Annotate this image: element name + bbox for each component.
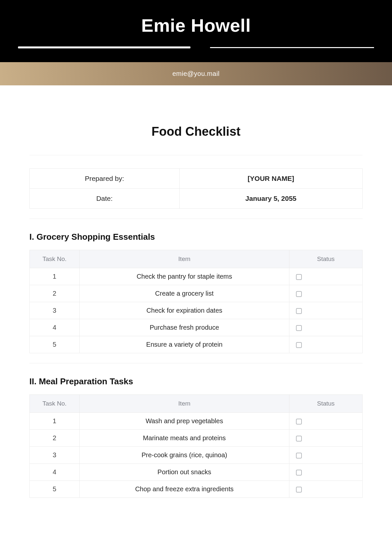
task-status-cell <box>289 285 362 302</box>
task-number: 1 <box>30 413 80 430</box>
status-checkbox[interactable] <box>296 308 302 314</box>
task-number: 2 <box>30 430 80 447</box>
task-status-cell <box>289 447 362 464</box>
task-status-cell <box>289 336 362 353</box>
sections-container: I. Grocery Shopping EssentialsTask No.It… <box>29 232 363 498</box>
task-number: 5 <box>30 336 80 353</box>
status-checkbox[interactable] <box>296 453 302 459</box>
status-checkbox[interactable] <box>296 274 302 280</box>
status-checkbox[interactable] <box>296 419 302 425</box>
task-status-cell <box>289 413 362 430</box>
meta-info-table: Prepared by: [YOUR NAME] Date: January 5… <box>29 168 363 209</box>
meta-row-date: Date: January 5, 2055 <box>30 189 363 209</box>
column-header-item: Item <box>79 395 289 413</box>
column-header-status: Status <box>289 250 362 268</box>
task-number: 3 <box>30 447 80 464</box>
table-row: 2Marinate meats and proteins <box>30 430 363 447</box>
meta-label: Date: <box>30 189 180 209</box>
meta-row-prepared-by: Prepared by: [YOUR NAME] <box>30 169 363 189</box>
task-item: Check for expiration dates <box>79 302 289 319</box>
task-number: 4 <box>30 464 80 481</box>
task-item: Check the pantry for staple items <box>79 268 289 285</box>
column-header-task_no: Task No. <box>30 250 80 268</box>
table-row: 4Purchase fresh produce <box>30 319 363 336</box>
task-status-cell <box>289 464 362 481</box>
task-number: 3 <box>30 302 80 319</box>
task-number: 2 <box>30 285 80 302</box>
task-item: Purchase fresh produce <box>79 319 289 336</box>
table-row: 4Portion out snacks <box>30 464 363 481</box>
task-table: Task No.ItemStatus1Wash and prep vegetab… <box>29 394 363 498</box>
header-divider-lines <box>0 46 392 49</box>
task-number: 1 <box>30 268 80 285</box>
meta-label: Prepared by: <box>30 169 180 189</box>
status-checkbox[interactable] <box>296 436 302 442</box>
status-checkbox[interactable] <box>296 342 302 348</box>
task-item: Wash and prep vegetables <box>79 413 289 430</box>
divider <box>29 155 363 155</box>
task-item: Ensure a variety of protein <box>79 336 289 353</box>
document-title: Food Checklist <box>29 125 363 139</box>
task-status-cell <box>289 430 362 447</box>
task-table: Task No.ItemStatus1Check the pantry for … <box>29 250 363 353</box>
person-email: emie@you.mail <box>172 70 220 77</box>
table-row: 1Check the pantry for staple items <box>30 268 363 285</box>
task-item: Pre-cook grains (rice, quinoa) <box>79 447 289 464</box>
document-body: Food Checklist Prepared by: [YOUR NAME] … <box>0 125 392 517</box>
status-checkbox[interactable] <box>296 487 302 493</box>
status-checkbox[interactable] <box>296 291 302 297</box>
table-row: 3Pre-cook grains (rice, quinoa) <box>30 447 363 464</box>
header-name-bar: Emie Howell <box>0 0 392 62</box>
table-row: 5Ensure a variety of protein <box>30 336 363 353</box>
task-number: 4 <box>30 319 80 336</box>
table-row: 2Create a grocery list <box>30 285 363 302</box>
table-row: 5Chop and freeze extra ingredients <box>30 481 363 498</box>
task-item: Create a grocery list <box>79 285 289 302</box>
column-header-task_no: Task No. <box>30 395 80 413</box>
task-item: Marinate meats and proteins <box>79 430 289 447</box>
status-checkbox[interactable] <box>296 325 302 331</box>
task-status-cell <box>289 481 362 498</box>
person-name: Emie Howell <box>0 15 392 36</box>
meta-value: [YOUR NAME] <box>179 169 362 189</box>
task-status-cell <box>289 268 362 285</box>
task-status-cell <box>289 302 362 319</box>
table-row: 1Wash and prep vegetables <box>30 413 363 430</box>
column-header-item: Item <box>79 250 289 268</box>
section-title: II. Meal Preparation Tasks <box>29 376 363 387</box>
task-item: Portion out snacks <box>79 464 289 481</box>
section-title: I. Grocery Shopping Essentials <box>29 232 363 242</box>
task-number: 5 <box>30 481 80 498</box>
header-email-bar: emie@you.mail <box>0 62 392 85</box>
meta-value: January 5, 2055 <box>179 189 362 209</box>
task-item: Chop and freeze extra ingredients <box>79 481 289 498</box>
column-header-status: Status <box>289 395 362 413</box>
divider <box>29 363 363 363</box>
task-status-cell <box>289 319 362 336</box>
divider <box>29 218 363 219</box>
table-row: 3Check for expiration dates <box>30 302 363 319</box>
status-checkbox[interactable] <box>296 470 302 476</box>
